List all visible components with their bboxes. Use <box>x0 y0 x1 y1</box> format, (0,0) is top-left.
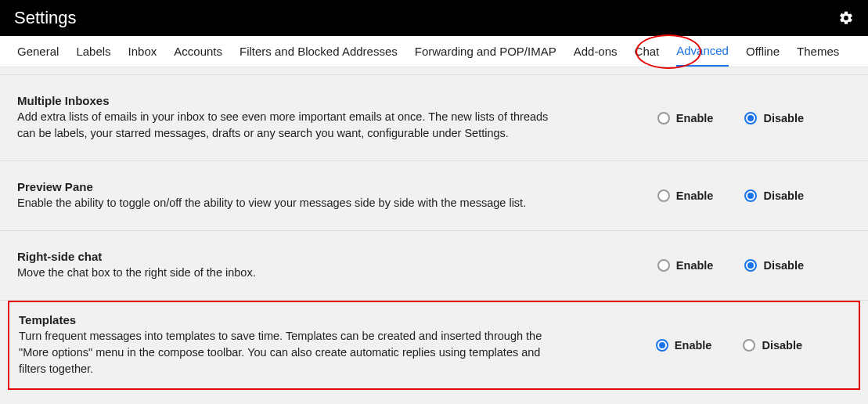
tab-labels[interactable]: Labels <box>76 37 110 66</box>
radio-icon <box>744 189 757 202</box>
enable-radio[interactable]: Enable <box>656 339 712 352</box>
radio-label: Enable <box>676 189 714 202</box>
tab-chat[interactable]: Chat <box>635 37 660 66</box>
tab-inbox[interactable]: Inbox <box>128 37 157 66</box>
section-text: Preview Pane Enable the ability to toggl… <box>17 180 581 211</box>
gear-icon[interactable] <box>838 10 854 26</box>
tab-themes[interactable]: Themes <box>797 37 839 66</box>
annotation-highlight-box: Templates Turn frequent messages into te… <box>8 301 860 390</box>
radio-label: Disable <box>762 339 802 352</box>
section-text: Templates Turn frequent messages into te… <box>19 313 567 377</box>
section-desc: Move the chat box to the right side of t… <box>17 265 557 281</box>
tab-addons[interactable]: Add-ons <box>574 37 618 66</box>
section-preview-pane: Preview Pane Enable the ability to toggl… <box>0 161 868 231</box>
section-right-side-chat: Right-side chat Move the chat box to the… <box>0 231 868 301</box>
radio-label: Enable <box>676 112 714 124</box>
section-controls: Enable Disable <box>657 112 851 124</box>
radio-icon <box>656 339 668 352</box>
section-controls: Enable Disable <box>657 189 851 202</box>
radio-label: Enable <box>675 339 712 352</box>
enable-radio[interactable]: Enable <box>657 259 714 272</box>
section-desc: Turn frequent messages into templates to… <box>19 328 543 377</box>
disable-radio[interactable]: Disable <box>744 189 804 202</box>
section-desc: Add extra lists of emails in your inbox … <box>17 109 557 142</box>
radio-label: Disable <box>763 259 804 272</box>
radio-icon <box>744 112 757 124</box>
radio-icon <box>744 259 757 272</box>
disable-radio[interactable]: Disable <box>743 339 802 352</box>
section-desc: Enable the ability to toggle on/off the … <box>17 195 557 211</box>
section-title: Preview Pane <box>17 180 557 193</box>
radio-label: Enable <box>676 259 714 272</box>
section-title: Right-side chat <box>17 250 557 263</box>
section-multiple-inboxes: Multiple Inboxes Add extra lists of emai… <box>0 75 868 161</box>
radio-icon <box>657 259 670 272</box>
section-title: Templates <box>19 313 543 326</box>
settings-tabs: General Labels Inbox Accounts Filters an… <box>0 36 868 67</box>
header-bar: Settings <box>0 0 868 36</box>
tab-filters[interactable]: Filters and Blocked Addresses <box>240 37 398 66</box>
tab-offline[interactable]: Offline <box>746 37 780 66</box>
section-templates: Templates Turn frequent messages into te… <box>9 302 859 388</box>
radio-icon <box>657 112 670 124</box>
enable-radio[interactable]: Enable <box>657 189 714 202</box>
enable-radio[interactable]: Enable <box>657 112 714 124</box>
disable-radio[interactable]: Disable <box>744 259 804 272</box>
page-title: Settings <box>14 8 77 28</box>
radio-icon <box>657 189 670 202</box>
radio-label: Disable <box>763 189 804 202</box>
tab-advanced[interactable]: Advanced <box>676 36 729 67</box>
section-text: Multiple Inboxes Add extra lists of emai… <box>17 94 581 142</box>
section-controls: Enable Disable <box>657 259 851 272</box>
settings-content: Multiple Inboxes Add extra lists of emai… <box>0 67 868 390</box>
tab-forwarding[interactable]: Forwarding and POP/IMAP <box>415 37 556 66</box>
section-controls: Enable Disable <box>656 339 849 352</box>
tab-general[interactable]: General <box>17 37 59 66</box>
radio-icon <box>743 339 755 352</box>
disable-radio[interactable]: Disable <box>744 112 804 124</box>
section-title: Multiple Inboxes <box>17 94 557 107</box>
radio-label: Disable <box>763 112 804 124</box>
tab-accounts[interactable]: Accounts <box>174 37 222 66</box>
section-text: Right-side chat Move the chat box to the… <box>17 250 581 281</box>
divider <box>0 67 868 75</box>
